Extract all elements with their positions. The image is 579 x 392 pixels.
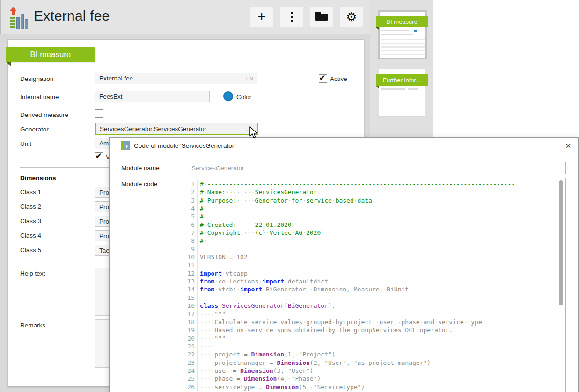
generator-value: ServicesGenerator.ServicesGenerator	[100, 125, 206, 132]
class-label: Class 5	[20, 247, 41, 254]
thumbnail-text-line	[381, 88, 405, 90]
window-header: External fee + ⚙	[0, 0, 370, 34]
thumbnail-text-line	[381, 34, 413, 35]
generator-label: Generator	[20, 126, 49, 133]
code-line: 25····phase·=·Dimension(4,·"Phase")	[187, 375, 565, 383]
code-line: 21····	[187, 342, 565, 350]
class-label: Class 2	[20, 203, 41, 210]
thumbnail-color-dot	[414, 30, 417, 32]
thumbnail-preview-rows	[381, 39, 425, 58]
code-line: 18····Calculate·service·values·grouped·b…	[187, 318, 565, 326]
code-line: 7#·Copyright:···(c)·Vertec·AG·2020	[187, 229, 565, 237]
module-code-editor[interactable]: 1#·-------------------------------------…	[187, 178, 566, 392]
code-line: 6#·Created:·····22.01.2020	[187, 221, 565, 229]
code-line: 4#	[187, 204, 565, 212]
module-name-input[interactable]: ServicesGenerator	[187, 162, 566, 174]
up-arrow-stem	[12, 11, 15, 15]
dialog-title: Code of module 'ServicesGenerator'	[134, 142, 235, 149]
generator-field[interactable]: ServicesGenerator.ServicesGenerator ...	[95, 123, 258, 135]
internal-name-value: FeesExt	[99, 93, 123, 100]
code-line: 16class·ServicesGenerator(BiGenerator):	[187, 302, 565, 310]
bi-measure-chart-icon	[8, 6, 31, 29]
banner-fold	[376, 27, 379, 30]
folder-button[interactable]	[310, 7, 333, 27]
checkmark-icon: ✔	[319, 73, 325, 82]
code-line: 22····project·=·Dimension(1,·"Project")	[187, 350, 565, 358]
form-tab-bi-measure: BI measure	[6, 47, 95, 62]
module-name-value: ServicesGenerator	[191, 165, 244, 172]
internal-name-label: Internal name	[20, 94, 59, 101]
unit-label: Unit	[20, 140, 31, 147]
thumbnail-text-line	[381, 30, 409, 31]
scrollbar-thumb[interactable]	[559, 180, 563, 305]
settings-button[interactable]: ⚙	[340, 7, 363, 27]
dimensions-heading: Dimensions	[20, 174, 56, 181]
thumbnail-label-further-information[interactable]: Further infor...	[376, 74, 428, 86]
code-line: 12import·vtcapp	[187, 269, 565, 277]
more-menu-button[interactable]	[280, 7, 303, 27]
code-line: 15	[187, 294, 565, 302]
derived-measure-checkbox[interactable]	[95, 109, 103, 118]
code-line: 13from·collections·import·defaultdict	[187, 277, 565, 285]
green-dash-icon	[10, 20, 15, 22]
code-of-module-dialog: v Code of module 'ServicesGenerator' ✕ M…	[109, 137, 579, 392]
code-line: 9	[187, 245, 565, 253]
green-dash-icon	[10, 26, 15, 28]
active-label: Active	[330, 75, 347, 82]
active-checkbox[interactable]: ✔	[319, 74, 327, 83]
bar-chart-bar	[16, 17, 20, 29]
visible-checkbox[interactable]: ✔	[95, 152, 103, 160]
designation-value: External fee	[99, 75, 133, 82]
bar-chart-bar	[25, 19, 28, 29]
code-line: 10VERSION·=·102	[187, 253, 565, 261]
code-line: 2#·Name:········ServicesGenerator	[187, 188, 565, 196]
page-title: External fee	[34, 8, 110, 24]
designation-label: Designation	[20, 75, 53, 82]
close-icon[interactable]: ✕	[563, 141, 573, 151]
checkmark-icon: ✔	[95, 152, 102, 160]
designation-field[interactable]: External fee EN	[95, 73, 257, 84]
green-dash-icon	[10, 23, 15, 25]
code-line: 19····Based·on·service·sums·obtained·by·…	[187, 326, 565, 334]
code-line: 3#·Purpose:·····Generator·for·service·ba…	[187, 196, 565, 204]
vertec-logo-icon: v	[121, 141, 130, 150]
code-line: 17····"""	[187, 310, 565, 318]
thumbnail-label-bi-measure[interactable]: BI measure	[376, 16, 428, 27]
code-line: 20····"""	[187, 334, 565, 342]
folder-icon	[315, 14, 328, 21]
banner-fold	[376, 86, 379, 89]
plus-icon: +	[257, 9, 266, 23]
form-tab-fold	[6, 62, 11, 67]
internal-name-field[interactable]: FeesExt	[95, 91, 210, 102]
module-code-label: Module code	[121, 181, 157, 188]
language-badge: EN	[246, 76, 253, 81]
code-line: 5#	[187, 212, 565, 220]
color-swatch[interactable]	[223, 91, 233, 101]
application-window: External fee + ⚙ BI measure Further info…	[0, 0, 579, 392]
kebab-menu-icon	[291, 12, 293, 22]
mouse-cursor	[249, 126, 259, 141]
code-line: 11	[187, 261, 565, 269]
module-name-label: Module name	[121, 165, 160, 172]
code-lines: 1#·-------------------------------------…	[187, 178, 565, 391]
derived-measure-label: Derived measure	[20, 111, 68, 118]
help-text-label: Help text	[20, 270, 45, 277]
gear-icon: ⚙	[346, 11, 357, 23]
green-dash-icon	[10, 17, 15, 19]
thumbnail-text-line	[408, 88, 418, 90]
code-line: 14from·vtcbi·import·BiGenerator,·Dimensi…	[187, 285, 565, 293]
class-label: Class 1	[20, 189, 41, 196]
code-line: 24····user·=·Dimension(3,·"User")	[187, 367, 565, 375]
code-line: 8#·-------------------------------------…	[187, 237, 565, 245]
remarks-label: Remarks	[20, 322, 45, 329]
class-label: Class 3	[20, 218, 41, 225]
code-line: 26····servicetype·=·Dimension(5,·"Servic…	[187, 383, 565, 391]
bar-chart-bar	[21, 14, 24, 29]
code-line: 23····projectmanager·=·Dimension(2,·"Use…	[187, 359, 565, 367]
add-button[interactable]: +	[250, 7, 273, 27]
class-label: Class 4	[20, 232, 41, 239]
color-label: Color	[236, 94, 251, 101]
code-line: 1#·-------------------------------------…	[187, 180, 565, 188]
